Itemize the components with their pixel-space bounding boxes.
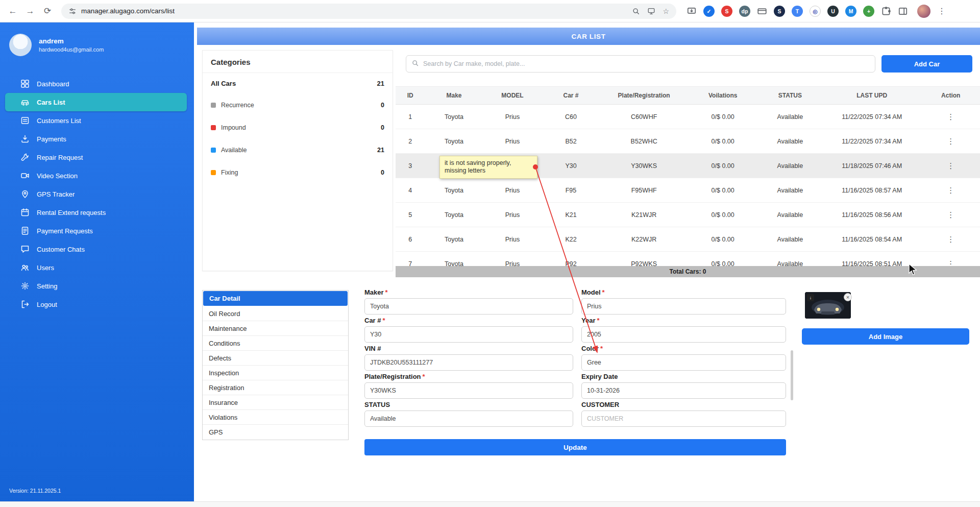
form-scrollbar[interactable] [791,350,793,400]
sidebar-item-customers-list[interactable]: Customers List [5,111,187,130]
browser-profile-avatar[interactable] [917,5,930,18]
row-actions-icon[interactable]: ⋮ [943,184,959,197]
customer-input[interactable] [581,411,786,427]
ext-s-navy-icon[interactable]: S [774,6,785,17]
add-car-button[interactable]: Add Car [881,55,972,73]
category-item-impound[interactable]: Impound0 [203,116,393,139]
sidebar-item-label: Logout [37,301,57,308]
sidebar-item-setting[interactable]: Setting [5,277,187,295]
category-item-available[interactable]: Available21 [203,139,393,161]
tab-registration[interactable]: Registration [203,380,348,395]
expiry-input[interactable] [581,382,786,399]
sidebar-item-customer-chats[interactable]: Customer Chats [5,240,187,258]
capture-icon[interactable] [687,6,697,16]
category-color-swatch [211,148,216,153]
row-actions-icon[interactable]: ⋮ [943,233,959,246]
row-actions-icon[interactable]: ⋮ [943,135,959,148]
ext-plus-icon[interactable]: + [863,6,874,17]
add-image-button[interactable]: Add Image [802,328,969,345]
sidebar-item-dashboard[interactable]: Dashboard [5,75,187,93]
status-label: STATUS [364,401,573,408]
forward-icon[interactable]: → [22,4,38,19]
model-field-group: Model* [581,288,786,315]
vin-input[interactable] [364,354,573,371]
category-item-fixing[interactable]: Fixing0 [203,161,393,184]
table-row[interactable]: 6ToyotaPriusK22K22WJR0/$ 0.00Available11… [396,227,980,252]
tab-maintenance[interactable]: Maintenance [203,321,348,336]
color-input[interactable] [581,354,786,371]
search-input[interactable] [423,60,870,67]
tab-car-detail[interactable]: Car Detail [203,291,348,306]
table-cell-action: ⋮ [921,178,980,203]
sidebar-item-rental-extend-requests[interactable]: Rental Extend requests [5,203,187,222]
category-label: Impound [221,124,246,131]
ext-m-icon[interactable]: M [845,6,856,17]
horizontal-scrollbar[interactable] [0,501,980,507]
table-cell: 1 [396,105,425,129]
row-actions-icon[interactable]: ⋮ [943,208,959,221]
row-actions-icon[interactable]: ⋮ [943,110,959,123]
model-input[interactable] [581,298,786,315]
sidebar-item-gps-tracker[interactable]: GPS Tracker [5,185,187,203]
ext-target-icon[interactable]: ◎ [810,6,821,17]
address-bar[interactable]: manager.alugago.com/cars/list ☆ [61,4,676,19]
bookmark-star-icon[interactable]: ☆ [663,7,669,15]
category-item-recurrence[interactable]: Recurrence0 [203,94,393,116]
year-input[interactable] [581,326,786,343]
row-actions-icon[interactable]: ⋮ [943,159,959,172]
back-icon[interactable]: ← [5,4,20,19]
sidebar-item-users[interactable]: Users [5,258,187,277]
table-cell: K21WJR [600,203,688,227]
tab-violations[interactable]: Violations [203,410,348,425]
sidebar-item-cars-list[interactable]: Cars List [5,93,187,111]
table-cell: Y30 [542,154,600,178]
puzzle-icon[interactable] [881,6,891,16]
reload-icon[interactable]: ⟳ [40,4,55,19]
table-row[interactable]: 1ToyotaPriusC60C60WHF0/$ 0.00Available11… [396,105,980,129]
site-info-icon[interactable] [68,7,77,15]
ext-dp-icon[interactable]: dp [739,6,750,17]
plate-label: Plate/Registration* [364,373,573,380]
maker-input[interactable] [364,298,573,315]
category-all-cars[interactable]: All Cars 21 [203,73,393,94]
image-download-icon[interactable]: ↓ [807,294,814,301]
tab-oil-record[interactable]: Oil Record [203,306,348,321]
table-row[interactable]: 7ToyotaPriusP92P92WKS0/$ 0.00Available11… [396,252,980,267]
zoom-icon[interactable] [632,7,640,15]
tab-defects[interactable]: Defects [203,351,348,366]
tab-inspection[interactable]: Inspection [203,366,348,380]
sidebar-item-logout[interactable]: Logout [5,295,187,313]
image-remove-icon[interactable]: × [844,293,852,301]
year-label: Year* [581,317,786,324]
update-button[interactable]: Update [364,439,786,455]
table-row[interactable]: 2ToyotaPriusB52B52WHC0/$ 0.00Available11… [396,129,980,154]
ext-u-icon[interactable]: U [827,6,839,17]
shield-check-icon[interactable]: ✓ [703,6,715,17]
search-box[interactable] [406,55,875,73]
sidebar-item-repair-request[interactable]: Repair Request [5,148,187,166]
ext-card-icon[interactable] [757,6,767,16]
table-row[interactable]: 4ToyotaPriusF95F95WHF0/$ 0.00Available11… [396,178,980,203]
sidebar-item-payments[interactable]: Payments [5,130,187,148]
status-input[interactable] [364,411,573,427]
sidebar-item-payment-requests[interactable]: Payment Requests [5,222,187,240]
row-actions-icon[interactable]: ⋮ [943,257,959,267]
table-cell: 11/16/2025 08:51 AM [822,252,922,267]
gps-icon [20,189,30,199]
sidebar-item-video-section[interactable]: Video Section [5,166,187,185]
ext-translate-icon[interactable]: T [792,6,803,17]
table-row[interactable]: 5ToyotaPriusK21K21WJR0/$ 0.00Available11… [396,203,980,227]
table-cell: Prius [483,252,542,267]
table-cell: 6 [396,227,425,252]
sidebar-item-label: Customers List [37,117,81,125]
browser-menu-icon[interactable]: ⋮ [935,6,949,16]
car-number-input[interactable] [364,326,573,343]
tab-gps[interactable]: GPS [203,425,348,440]
side-panel-icon[interactable] [898,6,908,16]
tab-conditions[interactable]: Conditions [203,336,348,351]
plate-input[interactable] [364,382,573,399]
install-icon[interactable] [647,7,655,15]
table-cell: 11/16/2025 08:54 AM [822,227,922,252]
tab-insurance[interactable]: Insurance [203,395,348,410]
ext-s-red-icon[interactable]: S [721,6,732,17]
